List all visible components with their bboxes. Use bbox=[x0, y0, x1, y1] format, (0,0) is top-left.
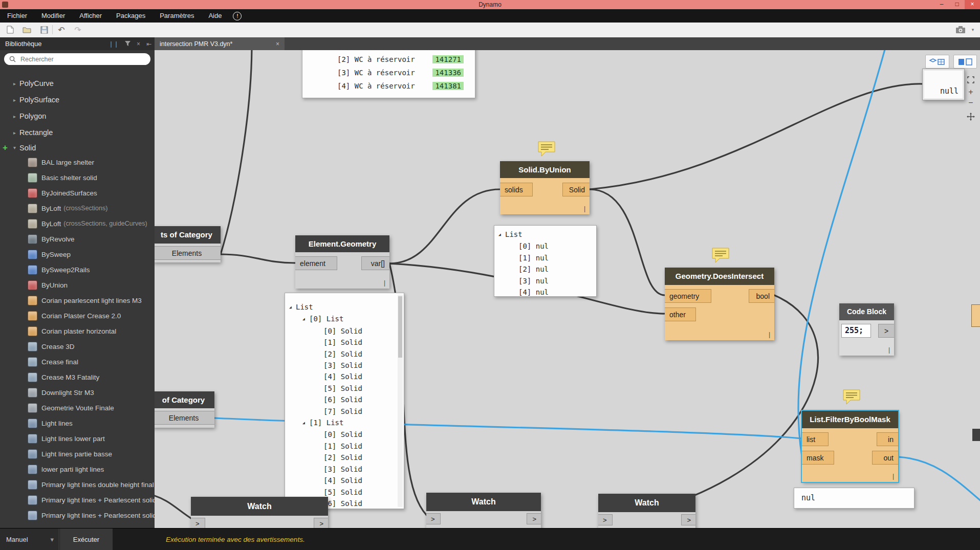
note-icon[interactable] bbox=[842, 389, 861, 405]
node-title[interactable]: Watch bbox=[426, 493, 541, 511]
library-item-row[interactable]: Light lines lower part bbox=[0, 431, 155, 446]
node-title[interactable]: Code Block bbox=[839, 303, 894, 320]
new-file-button[interactable] bbox=[4, 24, 16, 35]
menu-afficher[interactable]: Afficher bbox=[72, 9, 109, 23]
library-item-row[interactable]: BySweep bbox=[0, 247, 155, 262]
library-item-row[interactable]: BAL large shelter bbox=[0, 155, 155, 170]
zoom-fit-button[interactable] bbox=[965, 76, 976, 86]
library-item-row[interactable]: Primary light lines + Pearlescent solid … bbox=[0, 492, 155, 508]
library-category-solid[interactable]: + ▾ Solid bbox=[0, 141, 155, 155]
library-item-row[interactable]: Primary light lines double height final bbox=[0, 477, 155, 492]
close-button[interactable]: × bbox=[965, 0, 980, 9]
node-watch-2[interactable]: Watch > > bbox=[426, 493, 541, 528]
element-id-badge[interactable]: 141336 bbox=[432, 69, 464, 77]
library-bars-icon[interactable]: ❘❘ bbox=[105, 40, 122, 48]
library-item-row[interactable]: Crease final bbox=[0, 354, 155, 369]
layout-toggle-button[interactable] bbox=[953, 55, 977, 69]
output-port[interactable]: > bbox=[681, 514, 695, 525]
zoom-in-button[interactable]: + bbox=[965, 87, 976, 97]
library-item-row[interactable]: Light lines partie basse bbox=[0, 446, 155, 461]
output-port[interactable]: > bbox=[314, 518, 328, 528]
input-port-other[interactable]: other bbox=[665, 307, 696, 321]
node-code-block[interactable]: Code Block 255; > | bbox=[839, 303, 894, 356]
preview-toggle[interactable]: | bbox=[888, 346, 890, 354]
redo-button[interactable]: ↷ bbox=[72, 24, 84, 35]
run-button[interactable]: Exécuter bbox=[60, 529, 113, 550]
input-port[interactable]: > bbox=[191, 518, 205, 528]
pan-button[interactable] bbox=[965, 113, 976, 123]
menu-aide[interactable]: Aide bbox=[201, 9, 229, 23]
input-port[interactable]: > bbox=[598, 514, 613, 525]
output-port-solid[interactable]: Solid bbox=[562, 183, 590, 196]
library-item-row[interactable]: ByUnion bbox=[0, 277, 155, 293]
library-filter-icon[interactable] bbox=[122, 40, 134, 48]
code-input[interactable]: 255; bbox=[841, 324, 871, 338]
node-title[interactable]: of Category bbox=[155, 391, 214, 408]
output-port[interactable]: > bbox=[878, 324, 894, 338]
maximize-button[interactable]: □ bbox=[949, 0, 965, 9]
menu-parametres[interactable]: Paramètres bbox=[153, 9, 201, 23]
node-watch-null[interactable]: null bbox=[922, 69, 965, 100]
preview-toggle[interactable]: | bbox=[584, 205, 585, 212]
search-box[interactable] bbox=[4, 53, 150, 65]
output-port[interactable]: > bbox=[527, 513, 541, 524]
preview-scrollbar[interactable] bbox=[398, 295, 403, 507]
preview-toggle[interactable]: | bbox=[384, 279, 385, 287]
library-item-row[interactable]: lower parti light lines bbox=[0, 461, 155, 477]
library-category-row[interactable]: ▸ Rectangle bbox=[0, 124, 155, 141]
input-port-mask[interactable]: mask bbox=[802, 451, 834, 465]
library-item-row[interactable]: Geometrie Voute Finale bbox=[0, 400, 155, 415]
library-item-row[interactable]: ByLoft (crossSections) bbox=[0, 201, 155, 216]
element-id-badge[interactable]: 141381 bbox=[432, 82, 464, 90]
library-item-row[interactable]: Corian Plaster Crease 2.0 bbox=[0, 308, 155, 323]
library-item-row[interactable]: ByRevolve bbox=[0, 231, 155, 247]
node-title[interactable]: ts of Category bbox=[155, 226, 221, 244]
wire[interactable] bbox=[590, 84, 922, 189]
node-geometry-doesintersect[interactable]: Geometry.DoesIntersect geometry other bo… bbox=[665, 268, 774, 340]
library-item-row[interactable]: BySweep2Rails bbox=[0, 262, 155, 277]
library-item-row[interactable]: Primary light lines + Pearlescent solid … bbox=[0, 508, 155, 523]
node-element-geometry[interactable]: Element.Geometry element var[] | bbox=[295, 235, 389, 289]
scrollbar-thumb[interactable] bbox=[398, 296, 402, 358]
node-title[interactable]: Watch bbox=[598, 494, 695, 512]
list-preview-union[interactable]: ◢List [0] nul [1] nul [2] nul [3] nul [4… bbox=[494, 225, 597, 297]
node-list-filterbyboolmask[interactable]: List.FilterByBoolMask list mask in out | bbox=[802, 411, 898, 482]
library-category-row[interactable]: ▸ Polygon bbox=[0, 108, 155, 124]
input-port[interactable]: > bbox=[426, 513, 441, 524]
wire[interactable] bbox=[221, 254, 295, 263]
node-watch-1[interactable]: Watch > > bbox=[191, 497, 328, 528]
search-input[interactable] bbox=[19, 55, 150, 63]
preview-toggle[interactable]: | bbox=[892, 473, 894, 480]
input-port-list[interactable]: list bbox=[802, 432, 829, 446]
output-port-elements[interactable]: Elements bbox=[155, 246, 221, 260]
undo-button[interactable]: ↶ bbox=[55, 24, 68, 35]
menu-packages[interactable]: Packages bbox=[109, 9, 153, 23]
library-item-row[interactable]: Downlight Str M3 bbox=[0, 385, 155, 400]
tab-workspace[interactable]: intersection PMR V3.dyn* × bbox=[155, 37, 285, 50]
notification-icon[interactable]: ! bbox=[233, 12, 242, 20]
library-item-row[interactable]: Crease 3D bbox=[0, 339, 155, 354]
library-category-row[interactable]: ▸ PolyCurve bbox=[0, 75, 155, 92]
list-preview-geometry[interactable]: ◢List ◢[0] List [0] Solid [1] Solid [2] … bbox=[285, 293, 404, 509]
watch-preview-wc[interactable]: [2] WC à réservoir 141271 [3] WC à réser… bbox=[302, 50, 475, 98]
library-clear-icon[interactable]: × bbox=[134, 40, 143, 48]
add-icon[interactable]: + bbox=[3, 144, 8, 152]
library-item-row[interactable]: Corian plaster horizontal bbox=[0, 323, 155, 339]
toolbar-more-button[interactable]: ▾ bbox=[969, 24, 977, 35]
node-all-elements-of-category-1[interactable]: ts of Category Elements bbox=[155, 226, 221, 262]
save-button[interactable] bbox=[38, 24, 50, 35]
note-icon[interactable] bbox=[711, 247, 730, 263]
output-port-out[interactable]: out bbox=[872, 451, 898, 465]
node-title[interactable]: Element.Geometry bbox=[295, 235, 389, 252]
library-item-row[interactable]: Light lines bbox=[0, 415, 155, 431]
run-mode-select[interactable]: Manuel ▾ bbox=[0, 529, 59, 550]
library-item-row[interactable]: Crease M3 Fatality bbox=[0, 369, 155, 385]
menu-modifier[interactable]: Modifier bbox=[34, 9, 72, 23]
library-pin-icon[interactable]: ⇤ bbox=[143, 40, 155, 48]
output-port-var[interactable]: var[] bbox=[361, 256, 389, 270]
node-title[interactable]: Geometry.DoesIntersect bbox=[665, 268, 774, 285]
wire[interactable] bbox=[389, 189, 500, 263]
wire[interactable] bbox=[221, 50, 252, 254]
output-port-bool[interactable]: bool bbox=[749, 289, 774, 303]
export-image-button[interactable] bbox=[954, 24, 967, 35]
